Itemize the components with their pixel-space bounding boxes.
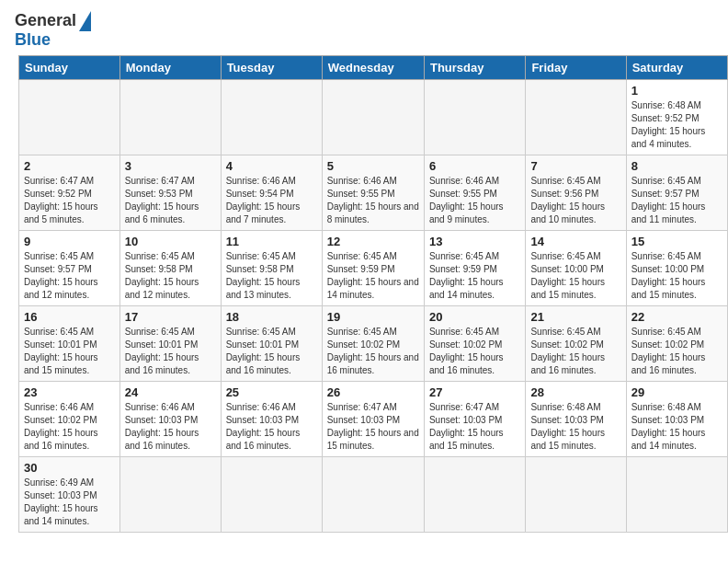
calendar-cell: 23Sunrise: 6:46 AMSunset: 10:02 PMDaylig… bbox=[19, 381, 120, 456]
day-number: 30 bbox=[24, 461, 115, 475]
day-number: 12 bbox=[327, 235, 419, 248]
calendar-cell bbox=[424, 456, 525, 532]
day-number: 23 bbox=[24, 385, 115, 399]
logo-general: General bbox=[15, 11, 76, 29]
logo: General Blue bbox=[15, 11, 91, 50]
calendar-cell: 29Sunrise: 6:48 AMSunset: 10:03 PMDaylig… bbox=[626, 381, 727, 456]
day-info: Sunrise: 6:45 AMSunset: 10:02 PMDaylight… bbox=[530, 326, 620, 377]
day-info: Sunrise: 6:45 AMSunset: 9:57 PMDaylight:… bbox=[24, 250, 115, 302]
day-number: 9 bbox=[24, 235, 115, 248]
day-info: Sunrise: 6:47 AMSunset: 9:53 PMDaylight:… bbox=[125, 175, 216, 226]
day-number: 16 bbox=[24, 310, 115, 324]
calendar-cell bbox=[119, 79, 221, 155]
calendar-row: 23Sunrise: 6:46 AMSunset: 10:02 PMDaylig… bbox=[19, 381, 728, 456]
day-info: Sunrise: 6:45 AMSunset: 9:57 PMDaylight:… bbox=[631, 175, 722, 226]
day-info: Sunrise: 6:46 AMSunset: 9:54 PMDaylight:… bbox=[226, 175, 317, 226]
day-number: 19 bbox=[327, 310, 419, 324]
day-number: 28 bbox=[530, 385, 620, 399]
day-info: Sunrise: 6:48 AMSunset: 10:03 PMDaylight… bbox=[631, 401, 722, 453]
weekday-header-saturday: Saturday bbox=[626, 55, 727, 79]
day-info: Sunrise: 6:45 AMSunset: 10:00 PMDaylight… bbox=[530, 250, 620, 302]
calendar-cell bbox=[322, 79, 424, 155]
day-info: Sunrise: 6:45 AMSunset: 10:02 PMDaylight… bbox=[631, 326, 722, 377]
day-number: 14 bbox=[530, 235, 620, 248]
calendar-wrapper: SundayMondayTuesdayWednesdayThursdayFrid… bbox=[0, 55, 728, 542]
weekday-header-row: SundayMondayTuesdayWednesdayThursdayFrid… bbox=[19, 55, 728, 79]
day-number: 7 bbox=[530, 159, 620, 173]
calendar-cell: 7Sunrise: 6:45 AMSunset: 9:56 PMDaylight… bbox=[526, 155, 626, 230]
day-info: Sunrise: 6:49 AMSunset: 10:03 PMDaylight… bbox=[24, 477, 115, 528]
day-info: Sunrise: 6:45 AMSunset: 10:01 PMDaylight… bbox=[24, 326, 115, 377]
calendar-cell: 1Sunrise: 6:48 AMSunset: 9:52 PMDaylight… bbox=[626, 79, 727, 155]
calendar-cell: 11Sunrise: 6:45 AMSunset: 9:58 PMDayligh… bbox=[221, 230, 322, 305]
day-info: Sunrise: 6:45 AMSunset: 9:56 PMDaylight:… bbox=[530, 175, 620, 226]
calendar-cell: 4Sunrise: 6:46 AMSunset: 9:54 PMDaylight… bbox=[221, 155, 322, 230]
day-info: Sunrise: 6:45 AMSunset: 10:01 PMDaylight… bbox=[226, 326, 317, 377]
calendar-cell bbox=[19, 79, 120, 155]
calendar-cell: 28Sunrise: 6:48 AMSunset: 10:03 PMDaylig… bbox=[526, 381, 626, 456]
day-number: 22 bbox=[631, 310, 722, 324]
calendar-cell: 15Sunrise: 6:45 AMSunset: 10:00 PMDaylig… bbox=[626, 230, 727, 305]
logo-text: General Blue bbox=[15, 11, 91, 50]
calendar-cell: 3Sunrise: 6:47 AMSunset: 9:53 PMDaylight… bbox=[119, 155, 221, 230]
day-info: Sunrise: 6:45 AMSunset: 9:58 PMDaylight:… bbox=[125, 250, 216, 302]
calendar-cell: 18Sunrise: 6:45 AMSunset: 10:01 PMDaylig… bbox=[221, 305, 322, 381]
day-number: 24 bbox=[125, 385, 216, 399]
calendar-cell: 9Sunrise: 6:45 AMSunset: 9:57 PMDaylight… bbox=[19, 230, 120, 305]
day-number: 15 bbox=[631, 235, 722, 248]
calendar-cell bbox=[526, 79, 626, 155]
calendar-row: 30Sunrise: 6:49 AMSunset: 10:03 PMDaylig… bbox=[19, 456, 728, 532]
calendar-header: SundayMondayTuesdayWednesdayThursdayFrid… bbox=[19, 55, 728, 79]
calendar-cell: 16Sunrise: 6:45 AMSunset: 10:01 PMDaylig… bbox=[19, 305, 120, 381]
day-info: Sunrise: 6:45 AMSunset: 9:58 PMDaylight:… bbox=[226, 250, 317, 302]
day-info: Sunrise: 6:48 AMSunset: 10:03 PMDaylight… bbox=[530, 401, 620, 453]
day-number: 8 bbox=[631, 159, 722, 173]
calendar-cell: 10Sunrise: 6:45 AMSunset: 9:58 PMDayligh… bbox=[119, 230, 221, 305]
day-number: 25 bbox=[226, 385, 317, 399]
calendar-row: 9Sunrise: 6:45 AMSunset: 9:57 PMDaylight… bbox=[19, 230, 728, 305]
calendar-row: 16Sunrise: 6:45 AMSunset: 10:01 PMDaylig… bbox=[19, 305, 728, 381]
day-info: Sunrise: 6:46 AMSunset: 9:55 PMDaylight:… bbox=[429, 175, 520, 226]
calendar-body: 1Sunrise: 6:48 AMSunset: 9:52 PMDaylight… bbox=[19, 79, 728, 532]
calendar-cell: 6Sunrise: 6:46 AMSunset: 9:55 PMDaylight… bbox=[424, 155, 525, 230]
day-number: 13 bbox=[429, 235, 520, 248]
day-number: 10 bbox=[125, 235, 216, 248]
day-number: 4 bbox=[226, 159, 317, 173]
calendar-cell: 13Sunrise: 6:45 AMSunset: 9:59 PMDayligh… bbox=[424, 230, 525, 305]
day-info: Sunrise: 6:45 AMSunset: 10:02 PMDaylight… bbox=[327, 326, 419, 377]
calendar-cell: 26Sunrise: 6:47 AMSunset: 10:03 PMDaylig… bbox=[322, 381, 424, 456]
weekday-header-friday: Friday bbox=[526, 55, 626, 79]
day-info: Sunrise: 6:45 AMSunset: 10:02 PMDaylight… bbox=[429, 326, 520, 377]
logo-blue: Blue bbox=[15, 31, 91, 50]
calendar-cell: 21Sunrise: 6:45 AMSunset: 10:02 PMDaylig… bbox=[526, 305, 626, 381]
day-number: 18 bbox=[226, 310, 317, 324]
weekday-header-thursday: Thursday bbox=[424, 55, 525, 79]
weekday-header-sunday: Sunday bbox=[19, 55, 120, 79]
day-info: Sunrise: 6:45 AMSunset: 9:59 PMDaylight:… bbox=[327, 250, 419, 302]
day-info: Sunrise: 6:46 AMSunset: 9:55 PMDaylight:… bbox=[327, 175, 419, 226]
day-info: Sunrise: 6:46 AMSunset: 10:03 PMDaylight… bbox=[226, 401, 317, 453]
weekday-header-tuesday: Tuesday bbox=[221, 55, 322, 79]
calendar-table: SundayMondayTuesdayWednesdayThursdayFrid… bbox=[18, 55, 728, 533]
day-number: 2 bbox=[24, 159, 115, 173]
day-info: Sunrise: 6:48 AMSunset: 9:52 PMDaylight:… bbox=[631, 99, 722, 151]
day-info: Sunrise: 6:45 AMSunset: 10:00 PMDaylight… bbox=[631, 250, 722, 302]
calendar-cell: 27Sunrise: 6:47 AMSunset: 10:03 PMDaylig… bbox=[424, 381, 525, 456]
day-number: 26 bbox=[327, 385, 419, 399]
calendar-cell: 25Sunrise: 6:46 AMSunset: 10:03 PMDaylig… bbox=[221, 381, 322, 456]
day-info: Sunrise: 6:46 AMSunset: 10:03 PMDaylight… bbox=[125, 401, 216, 453]
calendar-cell bbox=[119, 456, 221, 532]
calendar-cell: 20Sunrise: 6:45 AMSunset: 10:02 PMDaylig… bbox=[424, 305, 525, 381]
calendar-row: 1Sunrise: 6:48 AMSunset: 9:52 PMDaylight… bbox=[19, 79, 728, 155]
day-info: Sunrise: 6:47 AMSunset: 9:52 PMDaylight:… bbox=[24, 175, 115, 226]
day-number: 6 bbox=[429, 159, 520, 173]
day-info: Sunrise: 6:45 AMSunset: 10:01 PMDaylight… bbox=[125, 326, 216, 377]
calendar-cell: 8Sunrise: 6:45 AMSunset: 9:57 PMDaylight… bbox=[626, 155, 727, 230]
day-number: 21 bbox=[530, 310, 620, 324]
day-number: 17 bbox=[125, 310, 216, 324]
day-number: 20 bbox=[429, 310, 520, 324]
day-info: Sunrise: 6:45 AMSunset: 9:59 PMDaylight:… bbox=[429, 250, 520, 302]
calendar-cell: 12Sunrise: 6:45 AMSunset: 9:59 PMDayligh… bbox=[322, 230, 424, 305]
calendar-row: 2Sunrise: 6:47 AMSunset: 9:52 PMDaylight… bbox=[19, 155, 728, 230]
day-number: 3 bbox=[125, 159, 216, 173]
